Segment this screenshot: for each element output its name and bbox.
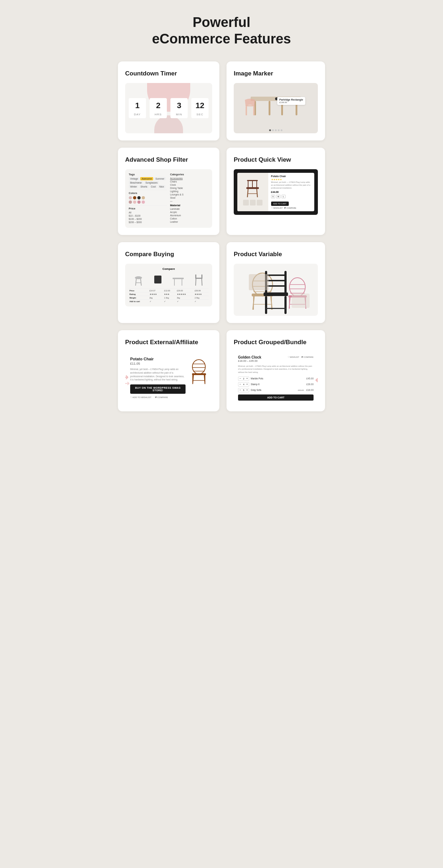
color-7[interactable] [137,200,141,204]
size-s[interactable]: S [271,195,275,198]
cat-dining[interactable]: Dining Table [170,187,209,189]
countdown-hrs: 2 HRS [150,98,167,118]
countdown-day: 1 DAY [129,98,146,118]
cat-lighting[interactable]: Lighting [170,190,209,193]
compare-label-cart: Add to cart [129,300,149,303]
price-100-200[interactable]: $100 – $200 [129,218,167,220]
tag-winter[interactable]: Winter [129,185,138,188]
ext-wishlist[interactable]: ♡ ADD TO WISHLIST [130,396,151,398]
countdown-timer-card: Countdown Timer 1 DAY 2 HRS 3 MIN 12 [118,61,219,140]
qv-compare[interactable]: ⇄ COMPARE [284,207,296,209]
tag-sunglasses[interactable]: Sunglasses [144,181,159,184]
categories-title: Categories [170,173,209,176]
grouped-price-range: £18.00 – £45.00 [238,359,261,363]
qv-actions: ♡ WISHLIST ⇄ COMPARE [271,207,311,209]
cat-clock[interactable]: Clock [170,184,209,186]
external-content: ➜ ➜ Potato Chair £11.05 Minimal, yet bol… [125,352,212,403]
qty-minus-2[interactable]: − [239,383,241,386]
qty-minus-3[interactable]: − [239,389,241,392]
cat-lounges[interactable]: Lounges & S [170,193,209,196]
color-2[interactable] [133,196,136,199]
color-5[interactable] [129,200,132,204]
color-4[interactable] [142,196,145,199]
qty-plus-3[interactable]: + [246,389,248,392]
svg-rect-23 [173,278,184,279]
quickview-thumbs [243,200,262,206]
mat-aluminium[interactable]: Aluminium [170,214,209,217]
price-all[interactable]: All [129,211,167,214]
tag-shorts[interactable]: Shorts [139,185,149,188]
filter-grid: Tags Vintage Awesome Summer Beachwear Su… [129,173,209,224]
tag-nice[interactable]: Nice [158,185,165,188]
grouped-item-name-3: Gray Sofa [251,389,296,391]
tag-vintage[interactable]: Vintage [129,177,140,180]
cat-chairs[interactable]: Chairs [170,180,209,183]
color-1[interactable] [129,196,132,199]
tag-summer[interactable]: Summer [154,177,166,180]
countdown-min: 3 MIN [170,98,188,118]
cat-stool[interactable]: Stool [170,197,209,199]
compare-val-weight-1: 2kg [149,296,164,300]
compare-val-rating-3: ★★★★★ [176,292,194,296]
size-l[interactable]: L [282,195,286,198]
compare-val-price-1: £14.07 [149,289,164,292]
thumb-1[interactable] [243,200,249,206]
ext-cta-btn[interactable]: BUY ON THE WORDPRESS SWAG STORE! [130,384,186,394]
quick-view-title: Product Quick View [234,156,318,163]
countdown-units: 1 DAY 2 HRS 3 MIN 12 SEC [129,98,209,118]
cat-dash[interactable]: — [170,200,209,202]
price-10-100[interactable]: $10 – $100 [129,214,167,217]
qv-stars: ★★★★★ [271,178,311,181]
qty-minus-1[interactable]: − [239,377,241,380]
compare-buying-title: Compare Buying [125,251,212,258]
mat-leather[interactable]: Leather [170,221,209,223]
color-8[interactable] [142,200,145,204]
tag-cool[interactable]: Cool [150,185,157,188]
tag-awesome[interactable]: Awesome [140,177,153,180]
grouped-wishlist[interactable]: ♡ WISHLIST [288,356,300,358]
color-3[interactable] [137,196,141,199]
ext-compare[interactable]: ⇄ COMPARE [155,396,168,398]
qv-add-to-cart[interactable]: ADD TO CART [271,202,289,206]
compare-val-price-4: £29.99 [194,289,209,292]
thumb-2[interactable] [250,200,256,206]
qty-plus-1[interactable]: + [246,377,248,380]
qty-val-3: 5 [242,389,246,391]
qv-wishlist[interactable]: ♡ WISHLIST [271,207,283,209]
compare-row-cart: Add to cart ✓ ✓ ✓ ✓ [129,300,209,303]
quickview-main-image [244,179,262,198]
external-preview: ➜ ➜ Potato Chair £11.05 Minimal, yet bol… [125,352,212,403]
ext-chair-image [189,357,207,387]
qty-plus-2[interactable]: + [246,383,248,386]
qty-controls-3: − 5 + [238,388,249,392]
qv-product-name: Potato Chair [271,175,311,177]
price-200-300[interactable]: $200 – $300 [129,221,167,223]
color-6[interactable] [133,200,136,204]
tag-beachwear[interactable]: Beachwear [129,181,143,184]
svg-rect-49 [266,308,286,309]
mat-laminate[interactable]: Laminate [170,208,209,210]
mat-acrylic[interactable]: Acrylic [170,211,209,213]
mat-cotton[interactable]: Cotton [170,217,209,220]
grouped-add-to-cart[interactable]: ADD TO CART [238,394,314,401]
thumb-3[interactable] [257,200,262,206]
size-m[interactable]: M [276,195,280,198]
shop-filter-card: Advanced Shop Filter Tags Vintage Awesom… [118,148,219,235]
filter-preview: Tags Vintage Awesome Summer Beachwear Su… [125,169,212,228]
svg-line-15 [257,189,257,197]
svg-rect-12 [247,180,258,181]
grouped-item-price-2: £28.00 [306,383,314,385]
image-marker-card: Image Marker P [227,61,325,140]
variable-preview [234,264,318,316]
grouped-compare[interactable]: ⇄ COMPARE [301,356,314,358]
marker-tooltip: Partridge Rectangle £199.00 [277,97,305,105]
qty-val-1: 2 [242,378,246,380]
grouped-bundle-card: Product Grouped/Bundle ➜ Golden Clock £1… [227,330,325,411]
qv-desc: Minimal, yet bold — LYNEA Plug Lamp adds… [271,181,311,189]
external-affiliate-card: Product External/Affiliate ➜ ➜ Potato Ch… [118,330,219,411]
cat-accessories[interactable]: Accessories [170,177,209,180]
grouped-item-price-3: £18.00 [306,389,314,391]
svg-rect-6 [246,105,255,106]
ext-desc: Minimal, yet bold – LYNEA Plug Lamp adds… [130,368,186,382]
compare-products [129,273,209,286]
